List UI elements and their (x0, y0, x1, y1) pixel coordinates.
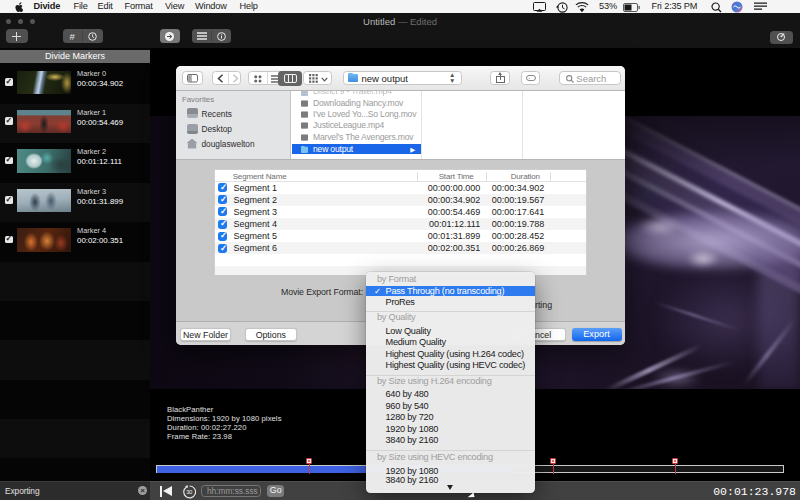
svg-text:30: 30 (186, 489, 192, 495)
